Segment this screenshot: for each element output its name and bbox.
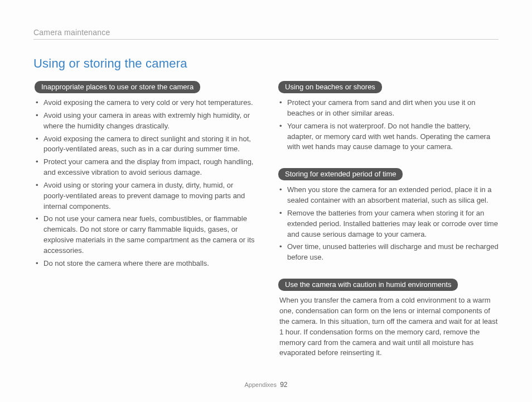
page-number: 92: [280, 381, 287, 389]
list-item: Avoid using your camera in areas with ex…: [36, 111, 255, 132]
list-item: When you store the camera for an extende…: [279, 185, 499, 206]
list-item: Avoid using or storing your camera in du…: [36, 180, 255, 212]
paragraph-humid: When you transfer the camera from a cold…: [277, 295, 499, 358]
page-title: Using or storing the camera: [33, 56, 499, 71]
subheading-beaches: Using on beaches or shores: [278, 81, 382, 93]
list-item: Protect your camera from sand and dirt w…: [279, 98, 499, 119]
list-beaches: Protect your camera from sand and dirt w…: [277, 98, 499, 152]
list-item: Do not store the camera where there are …: [36, 259, 255, 269]
list-item: Do not use your camera near fuels, combu…: [36, 214, 255, 256]
subheading-humid: Use the camera with caution in humid env…: [278, 279, 458, 291]
list-item: Over time, unused batteries will dischar…: [279, 242, 499, 263]
list-item: Your camera is not waterproof. Do not ha…: [279, 121, 499, 153]
list-item: Protect your camera and the display from…: [36, 157, 255, 178]
list-item: Avoid exposing the camera to direct sunl…: [36, 134, 255, 155]
subheading-inappropriate: Inappropriate places to use or store the…: [35, 81, 200, 93]
section-name: Camera maintenance: [33, 28, 499, 37]
list-storing: When you store the camera for an extende…: [277, 185, 499, 263]
page-footer: Appendixes 92: [0, 381, 532, 389]
left-column: Inappropriate places to use or store the…: [33, 81, 255, 374]
page-header: Camera maintenance: [33, 28, 499, 40]
list-item: Avoid exposing the camera to very cold o…: [36, 98, 255, 108]
right-column: Using on beaches or shores Protect your …: [277, 81, 499, 374]
list-inappropriate: Avoid exposing the camera to very cold o…: [33, 98, 255, 269]
content-columns: Inappropriate places to use or store the…: [33, 81, 499, 374]
footer-label: Appendixes: [245, 381, 277, 388]
subheading-storing: Storing for extended period of time: [278, 168, 403, 180]
list-item: Remove the batteries from your camera wh…: [279, 208, 499, 240]
header-divider: [33, 39, 499, 40]
